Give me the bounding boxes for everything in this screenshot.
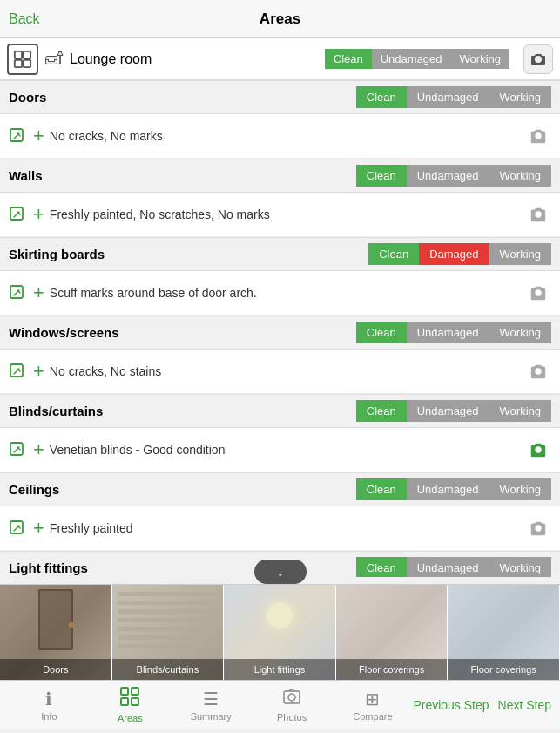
cat-working-walls[interactable]: Working [489, 165, 551, 187]
item-camera-blinds-curtains[interactable] [525, 437, 551, 463]
scroll-down-button[interactable]: ↓ [254, 560, 307, 584]
category-name-blinds-curtains: Blinds/curtains [9, 404, 356, 418]
edit-icon-doors[interactable] [9, 127, 26, 145]
item-text-skirting-boards: Scuff marks around base of door arch. [50, 286, 525, 300]
photo-thumb-2[interactable]: Light fittings [224, 585, 336, 680]
next-step-button[interactable]: Next Step [498, 698, 551, 712]
info-icon: ℹ [45, 689, 52, 709]
top-navigation: Back Areas [0, 0, 560, 38]
cat-clean-ceilings[interactable]: Clean [356, 478, 407, 500]
svg-rect-2 [15, 59, 22, 66]
cat-working-ceilings[interactable]: Working [489, 478, 551, 500]
item-camera-walls[interactable] [525, 201, 551, 227]
room-clean-btn[interactable]: Clean [325, 49, 372, 69]
category-name-doors: Doors [9, 90, 356, 105]
cat-undamaged-skirting-boards[interactable]: Damaged [419, 243, 489, 265]
category-section-blinds-curtains: Blinds/curtains Clean Undamaged Working … [0, 394, 560, 472]
item-camera-windows-screens[interactable] [525, 358, 551, 384]
cat-undamaged-ceilings[interactable]: Undamaged [407, 478, 489, 500]
cat-clean-skirting-boards[interactable]: Clean [368, 243, 419, 265]
item-text-walls: Freshly painted, No scratches, No marks [50, 207, 525, 221]
item-camera-skirting-boards[interactable] [525, 280, 551, 306]
photo-label-0: Doors [0, 659, 111, 680]
compare-icon: ⊞ [365, 689, 380, 709]
svg-rect-1 [24, 51, 30, 58]
svg-point-16 [288, 694, 295, 701]
edit-icon-ceilings[interactable] [9, 519, 26, 537]
photo-strip: Doors Blinds/curtains Light fittings Flo… [0, 584, 560, 680]
category-section-walls: Walls Clean Undamaged Working + Freshly … [0, 159, 560, 237]
cat-working-windows-screens[interactable]: Working [489, 322, 551, 343]
edit-icon-skirting-boards[interactable] [9, 284, 26, 302]
item-text-blinds-curtains: Venetian blinds - Good condition [50, 443, 525, 457]
category-section-windows-screens: Windows/screens Clean Undamaged Working … [0, 316, 560, 394]
category-header-ceilings: Ceilings Clean Undamaged Working [0, 472, 560, 506]
room-name: Lounge room [70, 51, 325, 67]
scroll-content: Doors Clean Undamaged Working + No crack… [0, 80, 560, 577]
cat-working-skirting-boards[interactable]: Working [489, 243, 551, 265]
scroll-arrow[interactable]: ↓ [0, 560, 560, 584]
add-icon-doors[interactable]: + [33, 126, 44, 146]
photo-thumb-4[interactable]: Floor coverings [448, 585, 560, 680]
category-header-doors: Doors Clean Undamaged Working [0, 80, 560, 114]
cat-undamaged-windows-screens[interactable]: Undamaged [407, 322, 489, 343]
cat-clean-blinds-curtains[interactable]: Clean [356, 400, 407, 422]
areas-icon [120, 687, 139, 711]
item-text-ceilings: Freshly painted [50, 521, 525, 535]
cat-clean-walls[interactable]: Clean [356, 165, 407, 187]
category-header-blinds-curtains: Blinds/curtains Clean Undamaged Working [0, 394, 560, 428]
item-row-skirting-boards: + Scuff marks around base of door arch. [0, 271, 560, 316]
category-name-walls: Walls [9, 168, 356, 183]
tab-info[interactable]: ℹ Info [9, 689, 90, 722]
category-status-walls: Clean Undamaged Working [356, 165, 551, 187]
cat-undamaged-blinds-curtains[interactable]: Undamaged [407, 400, 489, 422]
photo-thumb-1[interactable]: Blinds/curtains [112, 585, 225, 680]
tab-photos-label: Photos [277, 712, 307, 723]
category-section-skirting-boards: Skirting boards Clean Damaged Working + … [0, 237, 560, 316]
bottom-tab-bar: ℹ Info Areas ☰ Summary Photos ⊞ Compa [0, 680, 560, 729]
cat-undamaged-doors[interactable]: Undamaged [407, 86, 489, 108]
room-undamaged-btn[interactable]: Undamaged [372, 49, 451, 69]
couch-icon: 🛋 [45, 49, 63, 69]
add-icon-skirting-boards[interactable]: + [33, 283, 44, 302]
cat-clean-windows-screens[interactable]: Clean [356, 322, 407, 343]
photo-label-4: Floor coverings [448, 659, 559, 680]
add-icon-blinds-curtains[interactable]: + [33, 440, 44, 459]
add-icon-walls[interactable]: + [33, 205, 44, 224]
room-icon [7, 44, 38, 75]
cat-undamaged-walls[interactable]: Undamaged [407, 165, 489, 187]
back-button[interactable]: Back [9, 11, 40, 27]
summary-icon: ☰ [203, 689, 219, 709]
item-row-walls: + Freshly painted, No scratches, No mark… [0, 193, 560, 237]
tab-photos[interactable]: Photos [252, 687, 333, 723]
item-row-doors: + No cracks, No marks [0, 114, 560, 159]
room-working-btn[interactable]: Working [451, 49, 509, 69]
photo-thumb-3[interactable]: Floor coverings [336, 585, 449, 680]
tab-compare[interactable]: ⊞ Compare [333, 689, 414, 722]
edit-icon-windows-screens[interactable] [9, 363, 26, 380]
photo-label-1: Blinds/curtains [112, 659, 224, 680]
photo-thumb-0[interactable]: Doors [0, 585, 112, 680]
item-camera-doors[interactable] [525, 123, 551, 149]
edit-icon-blinds-curtains[interactable] [9, 441, 26, 458]
tab-areas-label: Areas [118, 713, 143, 723]
edit-icon-walls[interactable] [9, 206, 26, 223]
add-icon-ceilings[interactable]: + [33, 519, 44, 538]
item-camera-ceilings[interactable] [525, 515, 551, 541]
room-status-buttons: Clean Undamaged Working [325, 49, 509, 69]
item-row-blinds-curtains: + Venetian blinds - Good condition [0, 428, 560, 472]
tab-areas[interactable]: Areas [90, 687, 171, 723]
tab-compare-label: Compare [353, 711, 392, 722]
cat-clean-doors[interactable]: Clean [356, 86, 407, 108]
previous-step-button[interactable]: Previous Step [413, 698, 489, 712]
room-camera-button[interactable] [523, 44, 553, 74]
cat-working-doors[interactable]: Working [489, 86, 551, 108]
cat-working-blinds-curtains[interactable]: Working [489, 400, 551, 422]
svg-rect-12 [132, 688, 138, 695]
add-icon-windows-screens[interactable]: + [33, 362, 44, 381]
tab-summary[interactable]: ☰ Summary [171, 689, 252, 722]
category-header-skirting-boards: Skirting boards Clean Damaged Working [0, 237, 560, 271]
category-section-ceilings: Ceilings Clean Undamaged Working + Fresh… [0, 472, 560, 551]
tab-summary-label: Summary [191, 711, 232, 722]
category-name-skirting-boards: Skirting boards [9, 247, 368, 261]
